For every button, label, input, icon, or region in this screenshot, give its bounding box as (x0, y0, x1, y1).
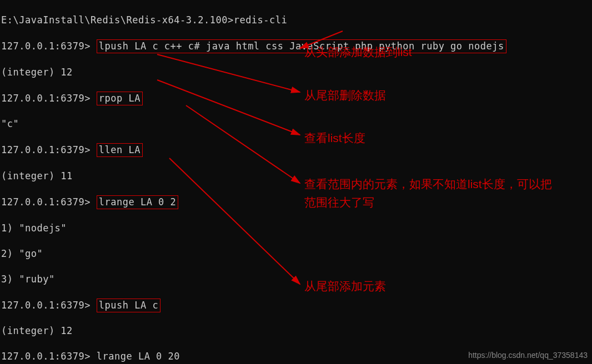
prompt: 127.0.0.1:6379> (1, 300, 97, 311)
cmd-lpush1: lpush LA c c++ c# java html css JavaScri… (97, 39, 506, 53)
path-line: E:\JavaInstall\Redis\Redis-x64-3.2.100>r… (1, 14, 592, 27)
cmd-llen: llen LA (97, 143, 143, 157)
output-r1: 1) "nodejs" (1, 222, 592, 235)
prompt: 127.0.0.1:6379> (1, 196, 97, 208)
annotation-rpop: 从尾部删除数据 (304, 87, 386, 105)
output-int12b: (integer) 12 (1, 325, 592, 337)
annotation-lpush: 从头部添加数据到list (304, 43, 412, 62)
output-r2: 2) "go" (1, 247, 592, 260)
prompt: 127.0.0.1:6379> (1, 41, 97, 52)
cmd-lrange2: lrange LA 0 20 (97, 351, 180, 362)
output-r3: 3) "ruby" (1, 273, 592, 286)
output-c: "c" (1, 118, 592, 130)
cmd-lpush2: lpush LA c (97, 299, 160, 312)
watermark: https://blog.csdn.net/qq_37358143 (468, 350, 588, 361)
cmd-line-lpush2: 127.0.0.1:6379> lpush LA c (1, 299, 592, 312)
annotation-lpush2: 从尾部添加元素 (304, 277, 386, 296)
prompt: 127.0.0.1:6379> (1, 351, 97, 362)
prompt: 127.0.0.1:6379> (1, 144, 97, 155)
output-int12a: (integer) 12 (1, 66, 592, 79)
cmd-line-lpush1: 127.0.0.1:6379> lpush LA c c++ c# java h… (1, 39, 592, 53)
annotation-lrange: 查看范围内的元素，如果不知道list长度，可以把范围往大了写 (304, 175, 554, 211)
annotation-llen: 查看list长度 (304, 129, 365, 148)
cmd-rpop: rpop LA (97, 92, 143, 105)
cmd-line-rpop: 127.0.0.1:6379> rpop LA (1, 92, 592, 105)
prompt: 127.0.0.1:6379> (1, 93, 97, 104)
cmd-lrange1: lrange LA 0 2 (97, 195, 179, 209)
cmd-line-llen: 127.0.0.1:6379> llen LA (1, 143, 592, 157)
